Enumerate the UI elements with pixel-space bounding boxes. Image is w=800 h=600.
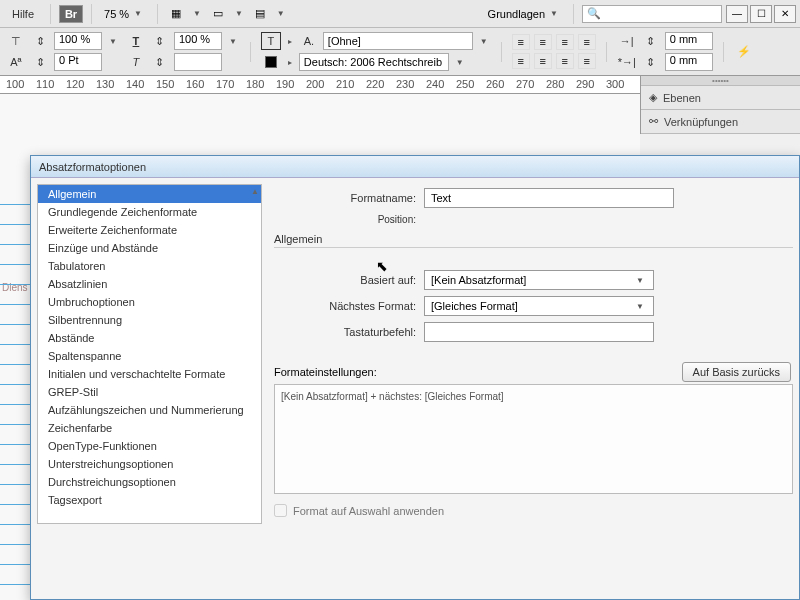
apply-to-selection-checkbox[interactable] xyxy=(274,504,287,517)
form-area: Formatname: Position: Allgemein Basiert … xyxy=(268,178,799,599)
basedon-select[interactable]: [Kein Absatzformat] ▼ xyxy=(424,270,654,290)
reset-to-base-button[interactable]: Auf Basis zurücks xyxy=(682,362,791,382)
category-item[interactable]: Tagsexport xyxy=(38,491,261,509)
char-style-combo[interactable]: [Ohne] xyxy=(323,32,473,50)
view-options-icon[interactable]: ▦ xyxy=(166,5,186,23)
align-justify-icon[interactable]: ≡ xyxy=(578,34,596,50)
align-justify-right-icon[interactable]: ≡ xyxy=(556,53,574,69)
chevron-down-icon[interactable]: ▼ xyxy=(274,9,288,18)
separator xyxy=(157,4,158,24)
category-item[interactable]: Aufzählungszeichen und Nummerierung xyxy=(38,401,261,419)
basedon-label: Basiert auf: xyxy=(274,274,424,286)
align-center-icon[interactable]: ≡ xyxy=(534,34,552,50)
guide-line xyxy=(0,504,30,505)
zoom-level[interactable]: 75 % ▼ xyxy=(100,6,149,22)
separator xyxy=(91,4,92,24)
workspace-label: Grundlagen xyxy=(488,8,546,20)
first-line-indent-input[interactable]: 0 mm xyxy=(665,53,713,71)
align-right-icon[interactable]: ≡ xyxy=(556,34,574,50)
left-indent-input[interactable]: 0 mm xyxy=(665,32,713,50)
guide-line xyxy=(0,564,30,565)
horizontal-scale-icon: ⊤ xyxy=(6,32,26,50)
quick-apply-icon[interactable]: ⚡ xyxy=(734,43,754,61)
stepper-icon[interactable]: ⇕ xyxy=(30,53,50,71)
language-combo[interactable]: Deutsch: 2006 Rechtschreib xyxy=(299,53,449,71)
chevron-down-icon[interactable]: ▼ xyxy=(477,37,491,46)
category-item[interactable]: Spaltenspanne xyxy=(38,347,261,365)
category-item[interactable]: Tabulatoren xyxy=(38,257,261,275)
category-item[interactable]: Allgemein xyxy=(38,185,261,203)
ruler-tick: 230 xyxy=(396,78,414,90)
align-justify-all-icon[interactable]: ≡ xyxy=(578,53,596,69)
align-left-icon[interactable]: ≡ xyxy=(512,34,530,50)
category-item[interactable]: Einzüge und Abstände xyxy=(38,239,261,257)
chevron-down-icon[interactable]: ▼ xyxy=(190,9,204,18)
chevron-down-icon[interactable]: ▸ xyxy=(285,58,295,67)
align-justify-left-icon[interactable]: ≡ xyxy=(512,53,530,69)
panel-ebenen[interactable]: ◈ Ebenen xyxy=(641,86,800,110)
separator xyxy=(573,4,574,24)
guide-line xyxy=(0,384,30,385)
search-input[interactable]: 🔍 xyxy=(582,5,722,23)
separator xyxy=(501,42,502,62)
chevron-down-icon[interactable]: ▼ xyxy=(453,58,467,67)
close-button[interactable]: ✕ xyxy=(774,5,796,23)
vertical-scale-input[interactable]: 100 % xyxy=(174,32,222,50)
guide-line xyxy=(0,284,30,285)
stepper-icon[interactable]: ⇕ xyxy=(641,32,661,50)
separator xyxy=(723,42,724,62)
window-controls: — ☐ ✕ xyxy=(726,5,796,23)
screen-mode-icon[interactable]: ▭ xyxy=(208,5,228,23)
paragraph-style-options-dialog: Absatzformatoptionen ▲ AllgemeinGrundleg… xyxy=(30,155,800,600)
ruler-tick: 200 xyxy=(306,78,324,90)
category-item[interactable]: GREP-Stil xyxy=(38,383,261,401)
shortcut-input[interactable] xyxy=(424,322,654,342)
minimize-button[interactable]: — xyxy=(726,5,748,23)
shortcut-label: Tastaturbefehl: xyxy=(274,326,424,338)
stepper-icon[interactable]: ⇕ xyxy=(150,32,170,50)
maximize-button[interactable]: ☐ xyxy=(750,5,772,23)
category-list[interactable]: ▲ AllgemeinGrundlegende ZeichenformateEr… xyxy=(37,184,262,524)
skew-input[interactable] xyxy=(174,53,222,71)
category-item[interactable]: Unterstreichungsoptionen xyxy=(38,455,261,473)
nextformat-label: Nächstes Format: xyxy=(274,300,424,312)
chevron-down-icon[interactable]: ▼ xyxy=(106,37,120,46)
guide-line xyxy=(0,424,30,425)
category-item[interactable]: Silbentrennung xyxy=(38,311,261,329)
category-item[interactable]: OpenType-Funktionen xyxy=(38,437,261,455)
bridge-icon[interactable]: Br xyxy=(59,5,83,23)
menubar: Hilfe Br 75 % ▼ ▦ ▼ ▭ ▼ ▤ ▼ Grundlagen ▼… xyxy=(0,0,800,28)
stepper-icon[interactable]: ⇕ xyxy=(150,53,170,71)
stepper-icon[interactable]: ⇕ xyxy=(641,53,661,71)
category-item[interactable]: Zeichenfarbe xyxy=(38,419,261,437)
baseline-shift-input[interactable]: 0 Pt xyxy=(54,53,102,71)
scroll-up-icon[interactable]: ▲ xyxy=(251,187,259,196)
category-item[interactable]: Abstände xyxy=(38,329,261,347)
nextformat-select[interactable]: [Gleiches Format] ▼ xyxy=(424,296,654,316)
category-item[interactable]: Grundlegende Zeichenformate xyxy=(38,203,261,221)
chevron-down-icon[interactable]: ▼ xyxy=(226,37,240,46)
category-item[interactable]: Durchstreichungsoptionen xyxy=(38,473,261,491)
panel-verknuepfungen[interactable]: ⚯ Verknüpfungen xyxy=(641,110,800,134)
horizontal-scale-input[interactable]: 100 % xyxy=(54,32,102,50)
category-item[interactable]: Absatzlinien xyxy=(38,275,261,293)
workspace-switcher[interactable]: Grundlagen ▼ xyxy=(484,6,565,22)
category-item[interactable]: Erweiterte Zeichenformate xyxy=(38,221,261,239)
chevron-down-icon[interactable]: ▸ xyxy=(285,37,295,46)
arrange-icon[interactable]: ▤ xyxy=(250,5,270,23)
fill-icon[interactable] xyxy=(261,53,281,71)
chevron-down-icon[interactable]: ▼ xyxy=(232,9,246,18)
menu-help[interactable]: Hilfe xyxy=(4,4,42,24)
ruler-tick: 290 xyxy=(576,78,594,90)
category-item[interactable]: Initialen und verschachtelte Formate xyxy=(38,365,261,383)
ruler-tick: 270 xyxy=(516,78,534,90)
guide-line xyxy=(0,344,30,345)
align-justify-center-icon[interactable]: ≡ xyxy=(534,53,552,69)
panel-collapse-handle[interactable]: •••••• xyxy=(641,76,800,86)
chevron-down-icon: ▼ xyxy=(131,9,145,18)
category-item[interactable]: Umbruchoptionen xyxy=(38,293,261,311)
first-line-indent-icon: *→| xyxy=(617,53,637,71)
chevron-down-icon: ▼ xyxy=(633,276,647,285)
stepper-icon[interactable]: ⇕ xyxy=(30,32,50,50)
formatname-input[interactable] xyxy=(424,188,674,208)
